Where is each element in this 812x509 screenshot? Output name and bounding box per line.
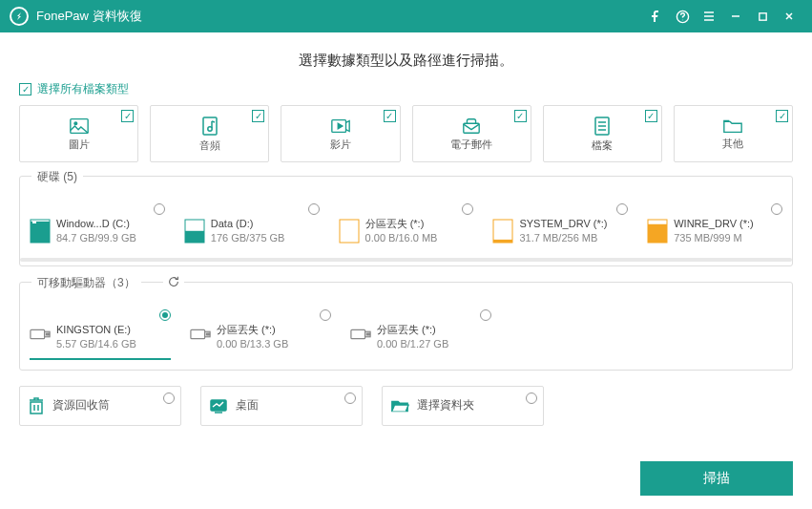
svg-rect-28 xyxy=(191,330,205,339)
type-icon xyxy=(200,116,219,137)
hard-disks-group: 硬碟 (5) Window...D (C:)84.7 GB/99.9 GBDat… xyxy=(19,176,793,266)
svg-rect-19 xyxy=(493,240,512,243)
radio-icon xyxy=(344,392,356,404)
type-label: 其他 xyxy=(722,137,743,151)
location-2[interactable]: 選擇資料夾 xyxy=(382,386,544,426)
radio-icon xyxy=(616,203,628,215)
close-button[interactable] xyxy=(776,3,802,30)
checkbox-icon xyxy=(645,110,657,122)
location-1[interactable]: 桌面 xyxy=(200,386,363,426)
select-all-checkbox[interactable]: 選擇所有檔案類型 xyxy=(19,81,793,97)
checkbox-icon xyxy=(121,110,134,122)
svg-point-5 xyxy=(208,126,212,130)
radio-icon xyxy=(320,309,331,321)
svg-rect-32 xyxy=(351,330,365,339)
disk-drive-1[interactable]: Data (D:)176 GB/375 GB xyxy=(184,203,320,252)
location-label: 選擇資料夾 xyxy=(417,397,474,414)
removable-drive-2[interactable]: 分區丟失 (*:)0.00 B/1.27 GB xyxy=(350,309,491,360)
drive-name: 分區丟失 (*:) xyxy=(377,323,448,337)
titlebar: FonePaw 資料恢復 xyxy=(0,0,812,32)
type-label: 影片 xyxy=(330,138,351,152)
disk-drive-2[interactable]: 分區丟失 (*:)0.00 B/16.0 MB xyxy=(339,203,474,252)
svg-rect-23 xyxy=(650,222,654,223)
disk-drive-0[interactable]: Window...D (C:)84.7 GB/99.9 GB xyxy=(30,203,165,252)
svg-rect-4 xyxy=(203,117,217,135)
radio-icon xyxy=(771,203,782,215)
disk-drive-3[interactable]: SYSTEM_DRV (*:)31.7 MB/256 MB xyxy=(492,203,628,252)
svg-rect-31 xyxy=(208,333,209,335)
location-icon xyxy=(28,396,45,415)
disk-name: SYSTEM_DRV (*:) xyxy=(519,217,607,231)
svg-rect-1 xyxy=(759,12,765,19)
type-card-2[interactable]: 影片 xyxy=(281,105,400,162)
refresh-icon[interactable] xyxy=(163,275,184,288)
location-icon xyxy=(390,398,409,414)
scan-button[interactable]: 掃描 xyxy=(640,461,793,496)
page-heading: 選擇數據類型以及路徑進行掃描。 xyxy=(19,52,793,70)
scrollbar[interactable] xyxy=(20,258,792,262)
svg-rect-7 xyxy=(464,123,479,133)
removable-group: 可移動驅動器（3） KINGSTON (E:)5.57 GB/14.6 GB分區… xyxy=(19,282,793,371)
svg-rect-34 xyxy=(366,333,367,335)
app-logo-icon xyxy=(10,7,29,26)
disk-size: 176 GB/375 GB xyxy=(211,231,285,245)
maximize-button[interactable] xyxy=(749,3,776,30)
radio-icon xyxy=(308,203,320,215)
usb-icon xyxy=(30,325,51,350)
disk-icon xyxy=(184,219,205,244)
type-card-1[interactable]: 音頻 xyxy=(150,105,269,162)
menu-icon[interactable] xyxy=(696,3,722,30)
type-card-3[interactable]: 電子郵件 xyxy=(412,105,531,162)
type-icon xyxy=(69,117,90,136)
location-0[interactable]: 資源回收筒 xyxy=(19,386,181,426)
type-label: 音頻 xyxy=(199,138,220,153)
svg-rect-20 xyxy=(495,222,499,223)
svg-rect-35 xyxy=(368,333,369,335)
svg-rect-10 xyxy=(31,222,50,243)
disk-icon xyxy=(30,219,51,244)
radio-icon xyxy=(526,392,537,404)
removable-drive-0[interactable]: KINGSTON (E:)5.57 GB/14.6 GB xyxy=(30,309,171,360)
disk-drive-4[interactable]: WINRE_DRV (*:)735 MB/999 M xyxy=(647,203,782,252)
drive-size: 5.57 GB/14.6 GB xyxy=(56,337,136,351)
svg-rect-13 xyxy=(185,231,204,243)
drive-size: 0.00 B/13.3 GB xyxy=(217,337,288,351)
removable-legend: 可移動驅動器（3） xyxy=(31,275,141,291)
type-card-5[interactable]: 其他 xyxy=(674,105,793,162)
removable-drive-1[interactable]: 分區丟失 (*:)0.00 B/13.3 GB xyxy=(190,309,331,360)
svg-rect-27 xyxy=(48,333,49,335)
type-icon xyxy=(330,117,351,136)
disk-size: 735 MB/999 M xyxy=(674,231,754,245)
help-icon[interactable] xyxy=(669,3,696,30)
checkbox-icon xyxy=(514,110,527,122)
svg-rect-26 xyxy=(46,333,47,335)
type-icon xyxy=(722,117,743,135)
type-card-4[interactable]: 檔案 xyxy=(543,105,662,162)
disk-icon xyxy=(647,219,668,244)
usb-icon xyxy=(350,325,371,350)
usb-icon xyxy=(190,325,211,350)
svg-point-3 xyxy=(74,121,77,124)
type-card-0[interactable]: 圖片 xyxy=(19,105,138,162)
checkbox-icon xyxy=(252,110,264,122)
disk-name: Window...D (C:) xyxy=(56,217,136,231)
disk-size: 0.00 B/16.0 MB xyxy=(365,231,438,245)
hard-disks-legend: 硬碟 (5) xyxy=(31,169,83,185)
radio-icon xyxy=(462,203,473,215)
type-icon xyxy=(593,116,611,137)
disk-size: 84.7 GB/99.9 GB xyxy=(56,231,136,245)
disk-name: WINRE_DRV (*:) xyxy=(674,217,754,231)
disk-name: 分區丟失 (*:) xyxy=(365,217,438,231)
radio-icon xyxy=(159,309,171,321)
minimize-button[interactable] xyxy=(722,3,749,30)
radio-icon xyxy=(163,392,175,404)
drive-size: 0.00 B/1.27 GB xyxy=(377,337,448,351)
checkbox-icon xyxy=(19,83,31,95)
facebook-icon[interactable] xyxy=(642,3,669,30)
type-label: 電子郵件 xyxy=(450,138,492,152)
svg-rect-11 xyxy=(32,222,36,223)
svg-rect-17 xyxy=(342,222,345,223)
checkbox-icon xyxy=(384,110,396,122)
disk-name: Data (D:) xyxy=(211,217,285,231)
select-all-label: 選擇所有檔案類型 xyxy=(37,81,129,97)
